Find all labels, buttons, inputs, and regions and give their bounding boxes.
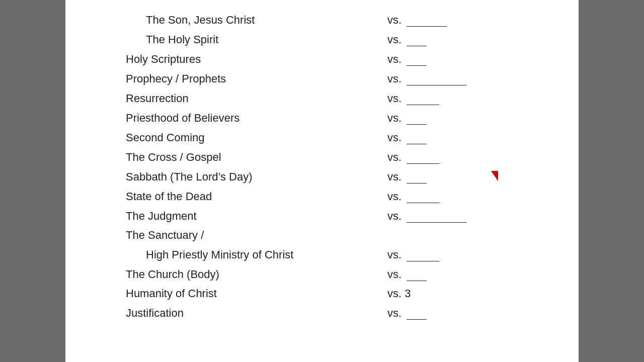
vs-part-justification: vs. [387, 306, 538, 320]
topic-label-second-coming: Second Coming [126, 131, 387, 144]
topic-label-priesthood-of-believers: Priesthood of Believers [126, 112, 387, 125]
blank-line-state-of-the-dead [407, 190, 439, 203]
topic-label-the-cross-gospel: The Cross / Gospel [126, 151, 387, 164]
list-item-the-sanctuary: The Sanctuary / [126, 226, 538, 245]
list-item-prophecy-prophets: Prophecy / Prophetsvs. [126, 69, 538, 88]
list-item-humanity-of-christ: Humanity of Christvs. 3 [126, 284, 538, 303]
topic-label-son-jesus-christ: The Son, Jesus Christ [146, 14, 387, 27]
vs-part-high-priestly-ministry: vs. [387, 248, 538, 261]
topic-label-the-judgment: The Judgment [126, 210, 387, 223]
blank-line-justification [407, 306, 427, 320]
blank-line-resurrection [407, 92, 439, 105]
vs-part-prophecy-prophets: vs. [387, 72, 538, 85]
topic-label-resurrection: Resurrection [126, 92, 387, 105]
topic-label-state-of-the-dead: State of the Dead [126, 190, 387, 203]
list-item-high-priestly-ministry: High Priestly Ministry of Christvs. [126, 245, 538, 264]
vs-part-the-church-body: vs. [387, 267, 538, 281]
topic-label-humanity-of-christ: Humanity of Christ [126, 287, 387, 300]
blank-line-sabbath [407, 170, 427, 184]
list-item-holy-scriptures: Holy Scripturesvs. [126, 49, 538, 69]
blank-line-the-cross-gospel [407, 150, 439, 164]
list-item-sabbath: Sabbath (The Lord’s Day)vs. [126, 167, 538, 187]
topic-label-high-priestly-ministry: High Priestly Ministry of Christ [146, 248, 387, 261]
vs-part-priesthood-of-believers: vs. [387, 111, 538, 125]
blank-line-second-coming [407, 131, 427, 144]
blank-line-the-church-body [407, 267, 427, 281]
list-item-holy-spirit: The Holy Spiritvs. [126, 30, 538, 49]
vs-part-state-of-the-dead: vs. [387, 190, 538, 203]
blank-line-son-jesus-christ [407, 13, 447, 27]
vs-part-humanity-of-christ: vs. 3 [387, 287, 538, 300]
vs-part-second-coming: vs. [387, 131, 538, 144]
list-item-priesthood-of-believers: Priesthood of Believersvs. [126, 108, 538, 128]
topic-label-sabbath: Sabbath (The Lord’s Day) [126, 170, 387, 184]
vs-part-resurrection: vs. [387, 92, 538, 105]
topic-label-prophecy-prophets: Prophecy / Prophets [126, 72, 387, 85]
blank-line-prophecy-prophets [407, 72, 467, 85]
mouse-cursor [491, 171, 498, 181]
vs-part-son-jesus-christ: vs. [387, 13, 538, 27]
topic-label-the-church-body: The Church (Body) [126, 268, 387, 281]
blank-line-holy-spirit [407, 33, 427, 46]
blank-line-priesthood-of-believers [407, 111, 427, 125]
list-item-the-judgment: The Judgmentvs. [126, 206, 538, 226]
topic-label-holy-spirit: The Holy Spirit [146, 33, 387, 46]
blank-line-the-judgment [407, 209, 467, 223]
topic-label-the-sanctuary: The Sanctuary / [126, 229, 538, 242]
list-item-state-of-the-dead: State of the Deadvs. [126, 187, 538, 206]
list-item-the-cross-gospel: The Cross / Gospelvs. [126, 147, 538, 167]
list-item-justification: Justificationvs. [126, 303, 538, 323]
vs-part-holy-scriptures: vs. [387, 52, 538, 66]
vs-part-sabbath: vs. [387, 170, 538, 184]
blank-line-holy-scriptures [407, 52, 427, 66]
vs-part-the-judgment: vs. [387, 209, 538, 223]
blank-line-high-priestly-ministry [407, 248, 439, 261]
document-container: The Son, Jesus Christvs. The Holy Spirit… [65, 0, 579, 362]
vs-part-the-cross-gospel: vs. [387, 150, 538, 164]
topic-label-justification: Justification [126, 307, 387, 320]
vs-part-holy-spirit: vs. [387, 33, 538, 46]
list-item-son-jesus-christ: The Son, Jesus Christvs. [126, 10, 538, 30]
list-item-resurrection: Resurrectionvs. [126, 88, 538, 108]
list-item-second-coming: Second Comingvs. [126, 128, 538, 147]
topic-label-holy-scriptures: Holy Scriptures [126, 53, 387, 66]
list-item-the-church-body: The Church (Body)vs. [126, 264, 538, 284]
